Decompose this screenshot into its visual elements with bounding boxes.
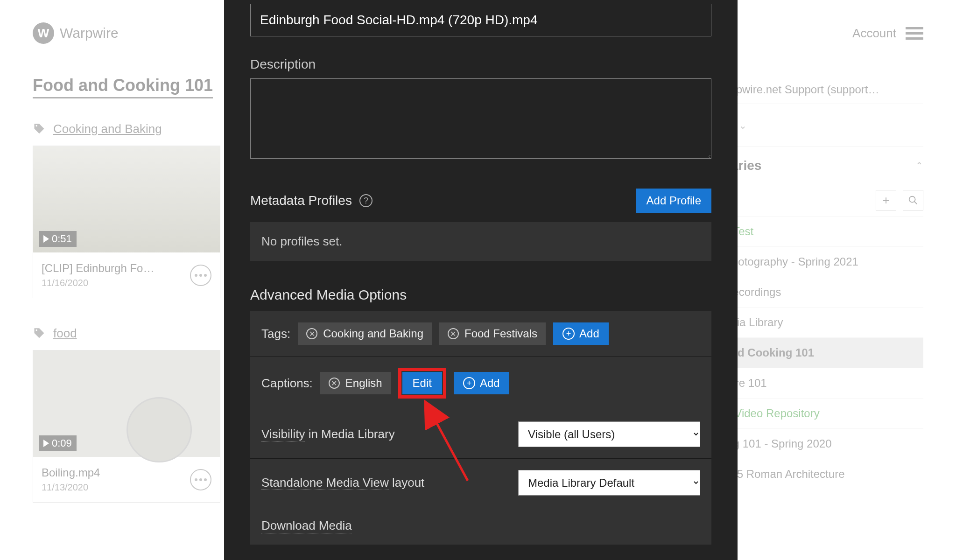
standalone-label: Standalone Media View layout <box>261 476 424 490</box>
captions-label: Captions: <box>261 376 313 391</box>
remove-tag-icon[interactable]: ✕ <box>448 328 459 339</box>
help-icon[interactable]: ? <box>359 194 373 207</box>
plus-icon: + <box>463 377 475 389</box>
remove-caption-icon[interactable]: ✕ <box>329 378 340 389</box>
advanced-options-heading: Advanced Media Options <box>250 287 711 303</box>
metadata-profiles-label: Metadata Profiles <box>250 193 352 208</box>
visibility-row: Visibility in Media Library Visible (all… <box>250 410 711 459</box>
tags-row: Tags: ✕Cooking and Baking ✕Food Festival… <box>250 311 711 357</box>
remove-tag-icon[interactable]: ✕ <box>306 328 317 339</box>
standalone-row: Standalone Media View layout Media Libra… <box>250 459 711 507</box>
media-settings-modal: Description Metadata Profiles ? Add Prof… <box>224 0 738 560</box>
caption-chip[interactable]: ✕English <box>320 372 391 394</box>
add-profile-button[interactable]: Add Profile <box>636 189 711 213</box>
captions-row: Captions: ✕English Edit +Add <box>250 357 711 410</box>
standalone-select[interactable]: Media Library Default <box>518 470 700 496</box>
advanced-options-panel: Tags: ✕Cooking and Baking ✕Food Festival… <box>250 311 711 545</box>
description-textarea[interactable] <box>250 78 711 159</box>
description-label: Description <box>250 57 711 72</box>
title-input[interactable] <box>250 4 711 36</box>
annotation-highlight: Edit <box>398 368 446 399</box>
tag-chip[interactable]: ✕Cooking and Baking <box>298 322 432 345</box>
download-media-link[interactable]: Download Media <box>261 518 352 533</box>
plus-icon: + <box>562 328 575 340</box>
visibility-label: Visibility in Media Library <box>261 427 395 441</box>
profiles-empty-state: No profiles set. <box>250 222 711 261</box>
add-caption-button[interactable]: +Add <box>454 372 509 394</box>
add-tag-button[interactable]: +Add <box>553 322 609 345</box>
tags-label: Tags: <box>261 327 290 341</box>
tag-chip[interactable]: ✕Food Festivals <box>439 322 546 345</box>
visibility-select[interactable]: Visible (all Users) <box>518 421 700 447</box>
edit-caption-button[interactable]: Edit <box>402 372 442 394</box>
download-row: Download Media <box>250 507 711 545</box>
